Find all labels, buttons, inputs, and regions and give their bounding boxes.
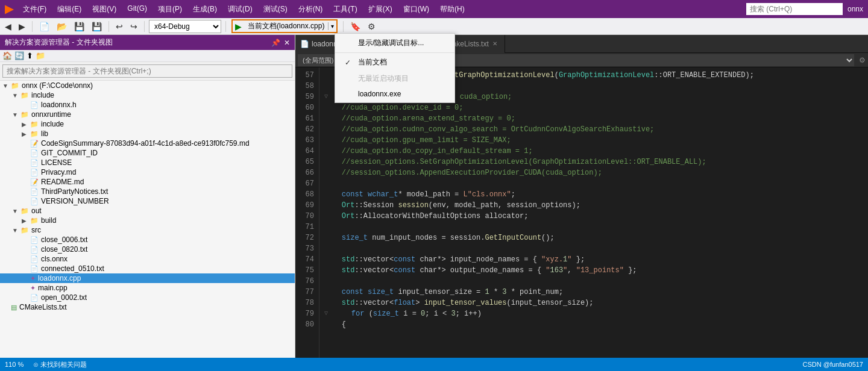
save-all-button[interactable]: 💾 (89, 20, 104, 33)
tree-item[interactable]: 📄LICENSE (0, 158, 295, 167)
tree-item[interactable]: 📄ThirdPartyNotices.txt (0, 187, 295, 196)
code-line: //session_options.AppendExecutionProvide… (324, 167, 863, 178)
tree-item[interactable]: 📄VERSION_NUMBER (0, 196, 295, 206)
code-line: std::vector<float> input_tensor_values(i… (324, 298, 863, 308)
check-icon-1: ✓ (345, 58, 353, 67)
sidebar-new-folder-btn[interactable]: 📁 (36, 51, 45, 60)
line-number: 74 (300, 254, 314, 265)
tree-item[interactable]: ✦loadonnx.cpp (0, 273, 295, 283)
menu-debug[interactable]: 调试(D) (223, 3, 257, 16)
toolbar-sep-3 (144, 21, 145, 32)
sidebar-close-icon[interactable]: ✕ (284, 39, 290, 47)
sidebar-pin-icon[interactable]: 📌 (271, 39, 280, 47)
redo-button[interactable]: ↪ (128, 20, 140, 33)
menu-project[interactable]: 项目(P) (153, 3, 187, 16)
sidebar-collapse-btn[interactable]: ⬆ (27, 51, 33, 60)
tree-item[interactable]: ▶📁include (0, 119, 295, 129)
fold-icon[interactable]: ▽ (324, 92, 332, 102)
undo-button[interactable]: ↩ (113, 20, 125, 33)
sidebar-home-btn[interactable]: 🏠 (2, 51, 12, 60)
tree-item-label: src (31, 226, 41, 234)
tree-item[interactable]: ▼📁src (0, 225, 295, 235)
code-text: { (324, 319, 346, 330)
save-button[interactable]: 💾 (72, 20, 87, 33)
tree-item[interactable]: ▼📁onnx (F:\CCode\onnx) (0, 81, 295, 90)
tree-item[interactable]: ▼📁include (0, 90, 295, 100)
settings-button[interactable]: ⚙ (365, 20, 378, 33)
sidebar-toolbar: 🏠 🔄 ⬆ 📁 (0, 50, 295, 62)
tree-file-icon: 📄 (30, 265, 39, 273)
tree-item[interactable]: 📝README.md (0, 177, 295, 187)
context-menu-current-doc[interactable]: ✓ 当前文档 (335, 54, 454, 70)
run-dropdown-caret[interactable]: ▾ (328, 22, 336, 30)
config-dropdown[interactable]: x64-Debug (149, 20, 221, 33)
tree-item[interactable]: ▼📁onnxruntime (0, 110, 295, 119)
menu-tools[interactable]: 工具(T) (329, 3, 362, 16)
menu-test[interactable]: 测试(S) (259, 3, 292, 16)
forward-button[interactable]: ▶ (16, 20, 28, 33)
tree-item-label: loadonnx.cpp (38, 274, 81, 282)
tree-item-label: loadonnx.h (41, 101, 77, 109)
menu-analyze[interactable]: 分析(N) (294, 3, 328, 16)
tree-item[interactable]: ▤CMakeLists.txt (0, 302, 295, 312)
zoom-level: 110 % (5, 361, 24, 368)
context-menu-sep (335, 52, 454, 53)
menu-build[interactable]: 生成(B) (188, 3, 222, 16)
open-button[interactable]: 📂 (54, 20, 69, 33)
tree-item[interactable]: 📄open_0002.txt (0, 293, 295, 302)
tree-chevron: ▼ (12, 227, 19, 234)
tree-item[interactable]: ▶📁build (0, 216, 295, 225)
fold-icon[interactable]: ▽ (324, 308, 332, 319)
tree-item[interactable]: 📄close_0820.txt (0, 245, 295, 254)
new-file-button[interactable]: 📄 (37, 20, 52, 33)
bookmark-button[interactable]: 🔖 (348, 20, 363, 33)
code-line: Ort::AllocatorWithDefaultOptions allocat… (324, 211, 863, 222)
tree-file-icon: 📄 (30, 159, 39, 167)
toolbar-sep-1 (32, 21, 33, 32)
run-label[interactable]: 当前文档(loadonnx.cpp) (245, 20, 327, 32)
code-lines[interactable]: session_options.SetGraphOptimizationLeve… (319, 67, 868, 371)
tree-item-label: lib (41, 129, 48, 138)
context-menu: 显示/隐藏调试目标... ✓ 当前文档 无最近启动项目 loadonnx.exe (335, 33, 455, 103)
global-search-input[interactable] (746, 3, 843, 15)
sidebar-refresh-btn[interactable]: 🔄 (14, 51, 24, 60)
sidebar-search-input[interactable] (2, 64, 292, 78)
tree-file-icon: 📁 (20, 92, 29, 99)
menu-extensions[interactable]: 扩展(X) (363, 3, 397, 16)
menu-edit[interactable]: 编辑(E) (52, 3, 86, 16)
tree-item[interactable]: 📄close_0006.txt (0, 235, 295, 245)
tree-item[interactable]: 📝CodeSignSummary-87083d94-a01f-4c1d-a8ed… (0, 139, 295, 148)
menu-git[interactable]: Git(G) (122, 3, 152, 16)
tree-item-label: CMakeLists.txt (19, 303, 67, 311)
tree-item[interactable]: 📄cls.onnx (0, 254, 295, 264)
run-area: ▶ 当前文档(loadonnx.cpp) ▾ (231, 19, 338, 33)
symbol-dropdown[interactable] (421, 54, 854, 66)
tree-item[interactable]: ✦main.cpp (0, 283, 295, 293)
tree-item-label: README.md (41, 178, 84, 186)
context-menu-item-label-3: loadonnx.exe (358, 90, 401, 98)
tree-item[interactable]: ▼📁out (0, 206, 295, 216)
tree-item[interactable]: 📄loadonnx.h (0, 100, 295, 110)
tree-item-label: open_0002.txt (41, 293, 87, 302)
back-button[interactable]: ◀ (2, 20, 14, 33)
context-menu-loadonnx-exe[interactable]: loadonnx.exe (335, 87, 454, 101)
menu-window[interactable]: 窗口(W) (398, 3, 434, 16)
line-number: 67 (300, 178, 314, 189)
tree-item-label: CodeSignSummary-87083d94-a01f-4c1d-a8ed-… (41, 139, 250, 148)
menu-view[interactable]: 视图(V) (87, 3, 121, 16)
run-play-icon[interactable]: ▶ (233, 21, 244, 32)
menu-file[interactable]: 文件(F) (18, 3, 51, 16)
context-menu-show-hide[interactable]: 显示/隐藏调试目标... (335, 35, 454, 51)
tree-file-icon: 📁 (20, 111, 29, 119)
tree-item-label: GIT_COMMIT_ID (41, 149, 98, 157)
menu-help[interactable]: 帮助(H) (435, 3, 470, 16)
tab-cmakelists-close[interactable]: ✕ (492, 40, 497, 47)
tree-item[interactable]: 📄connected_0510.txt (0, 264, 295, 273)
code-text: const size_t input_tensor_size = 1 * 3 *… (324, 287, 563, 298)
tree-item[interactable]: 📄GIT_COMMIT_ID (0, 148, 295, 158)
context-menu-no-recent: 无最近启动项目 (335, 70, 454, 87)
tree-item-label: VERSION_NUMBER (41, 197, 109, 205)
tree-item[interactable]: 📄Privacy.md (0, 167, 295, 177)
settings-icon-editor[interactable]: ⚙ (859, 56, 866, 64)
tree-item[interactable]: ▶📁lib (0, 129, 295, 139)
